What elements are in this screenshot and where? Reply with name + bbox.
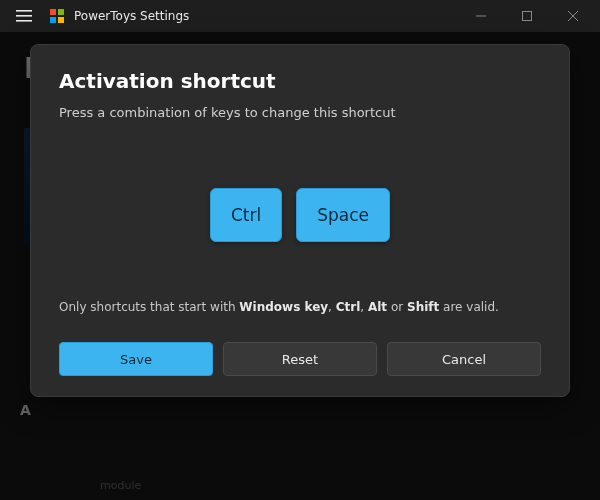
titlebar: PowerToys Settings [0,0,600,32]
svg-rect-5 [50,17,56,23]
dialog-hint: Only shortcuts that start with Windows k… [59,300,541,314]
activation-shortcut-dialog: Activation shortcut Press a combination … [30,44,570,397]
cancel-button[interactable]: Cancel [387,342,541,376]
dialog-subtitle: Press a combination of keys to change th… [59,105,541,120]
hint-text-suffix: are valid. [439,300,499,314]
hint-key: Windows key [239,300,328,314]
shortcut-key-capture-area[interactable]: Ctrl Space [59,130,541,300]
svg-rect-4 [58,9,64,15]
hint-text-prefix: Only shortcuts that start with [59,300,239,314]
svg-rect-3 [50,9,56,15]
shortcut-key: Ctrl [210,188,282,242]
svg-rect-8 [523,12,532,21]
reset-button[interactable]: Reset [223,342,377,376]
dialog-title: Activation shortcut [59,69,541,93]
svg-rect-6 [58,17,64,23]
svg-rect-2 [16,20,32,22]
dialog-button-row: Save Reset Cancel [59,342,541,376]
save-button[interactable]: Save [59,342,213,376]
hamburger-icon [16,8,32,24]
maximize-button[interactable] [504,0,550,32]
shortcut-key: Space [296,188,390,242]
hint-key: Alt [368,300,387,314]
close-icon [568,11,578,21]
window-controls [458,0,596,32]
app-title: PowerToys Settings [74,9,189,23]
maximize-icon [522,11,532,21]
hamburger-menu-button[interactable] [4,0,44,32]
modal-overlay: Activation shortcut Press a combination … [0,32,600,500]
app-icon [48,7,66,25]
svg-rect-1 [16,15,32,17]
hint-key: Shift [407,300,439,314]
hint-key: Ctrl [336,300,361,314]
close-button[interactable] [550,0,596,32]
svg-rect-0 [16,10,32,12]
minimize-icon [476,11,486,21]
minimize-button[interactable] [458,0,504,32]
